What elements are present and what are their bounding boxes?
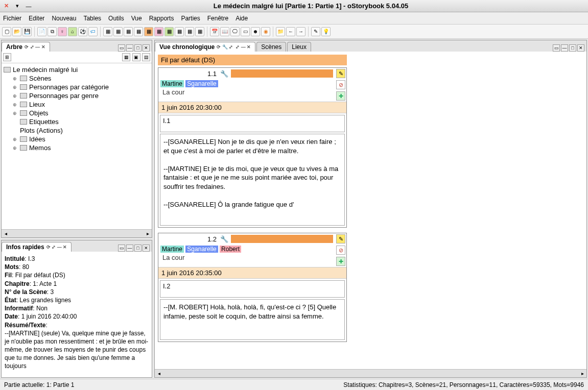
- delete-icon[interactable]: ⊘: [336, 246, 345, 255]
- toolbar-grid4-icon[interactable]: ▦: [134, 27, 143, 36]
- toolbar-face-icon[interactable]: ☻: [251, 27, 260, 36]
- tree-structure-icon[interactable]: ⊞: [3, 53, 11, 61]
- toolbar-save-icon[interactable]: 💾: [22, 27, 32, 36]
- toolbar-grid9-icon[interactable]: ▦: [185, 27, 194, 36]
- edit-icon[interactable]: ✎: [336, 69, 345, 78]
- tree-item-etiquettes[interactable]: Etiquettes: [4, 117, 150, 126]
- menu-fichier[interactable]: Fichier: [3, 15, 21, 22]
- add-icon[interactable]: ✚: [336, 257, 345, 266]
- tree-hscrollbar[interactable]: ◂▸: [2, 229, 152, 237]
- toolbar-arrow-right-icon[interactable]: →: [296, 27, 305, 36]
- toolbar-ball-icon[interactable]: ⚽: [78, 27, 87, 36]
- toolbar-location-icon[interactable]: ⌂: [68, 27, 77, 36]
- add-icon[interactable]: ✚: [336, 91, 345, 101]
- tree-item-memos[interactable]: ⊕Memos: [4, 143, 150, 152]
- menu-aide[interactable]: Aide: [236, 15, 248, 22]
- toolbar-tag-icon[interactable]: 🏷: [88, 27, 98, 36]
- tree-expand-icon[interactable]: ▦: [122, 53, 130, 61]
- wrench-icon[interactable]: 🔧: [220, 70, 229, 78]
- char-sganarelle[interactable]: Sganarelle: [185, 246, 218, 253]
- window-close-icon[interactable]: ✕: [2, 2, 10, 10]
- toolbar-clear-icon[interactable]: ✎: [311, 27, 320, 36]
- panel-float-icon[interactable]: ▭: [118, 245, 125, 252]
- menu-vue[interactable]: Vue: [131, 15, 142, 22]
- char-sganarelle[interactable]: Sganarelle: [185, 80, 218, 87]
- tree-root[interactable]: Le médecin malgré lui: [4, 65, 150, 74]
- menu-fenetre[interactable]: Fenêtre: [207, 15, 228, 22]
- edit-icon[interactable]: ✎: [336, 234, 345, 243]
- menu-outils[interactable]: Outils: [108, 15, 124, 22]
- expand-icon[interactable]: ⊕: [13, 93, 18, 99]
- expand-icon[interactable]: ⊕: [13, 102, 18, 107]
- panel-max-icon[interactable]: □: [134, 44, 142, 52]
- expand-icon[interactable]: ⊕: [13, 145, 18, 151]
- toolbar-grid5-icon[interactable]: ▦: [144, 27, 153, 36]
- tree-item-persos-cat[interactable]: ⊕Personnages par catégorie: [4, 83, 150, 91]
- tree-item-lieux[interactable]: ⊕Lieux: [4, 100, 150, 109]
- toolbar-doc-icon[interactable]: 📄: [37, 27, 46, 36]
- wrench-icon[interactable]: 🔧: [220, 235, 229, 243]
- tree-item-objets[interactable]: ⊕Objets: [4, 109, 150, 117]
- toolbar-open-icon[interactable]: 📂: [12, 27, 21, 36]
- expand-icon[interactable]: ⊕: [13, 85, 18, 90]
- tab-lieux[interactable]: Lieux: [287, 42, 311, 52]
- toolbar-grid7-icon[interactable]: ▦: [164, 27, 174, 36]
- toolbar-new-icon[interactable]: ▢: [2, 27, 11, 36]
- toolbar-grid2-icon[interactable]: ▦: [113, 27, 123, 36]
- panel-min-icon[interactable]: —: [561, 44, 568, 52]
- char-robert[interactable]: Robert: [220, 246, 241, 253]
- expand-icon[interactable]: ⊕: [13, 137, 18, 142]
- char-martine[interactable]: Martine: [160, 80, 184, 87]
- scene-title-field[interactable]: I.1: [160, 115, 345, 132]
- window-minimize-icon[interactable]: —: [25, 2, 33, 10]
- char-martine[interactable]: Martine: [160, 246, 184, 253]
- tree-item-idees[interactable]: ⊕Idées: [4, 135, 150, 143]
- toolbar-screen-icon[interactable]: 🖵: [230, 27, 240, 36]
- scene-text[interactable]: --[M. ROBERT] Holà, holà, holà, fi, qu'e…: [160, 299, 345, 340]
- toolbar-grid8-icon[interactable]: ▦: [175, 27, 184, 36]
- toolbar-spiral-icon[interactable]: ◉: [261, 27, 270, 36]
- panel-min-icon[interactable]: —: [126, 44, 133, 52]
- toolbar-person-icon[interactable]: ♀: [58, 27, 67, 36]
- panel-min-icon[interactable]: —: [126, 245, 133, 252]
- window-menu-icon[interactable]: ▾: [13, 2, 21, 10]
- tree-item-persos-genre[interactable]: ⊕Personnages par genre: [4, 91, 150, 100]
- chrono-hscrollbar[interactable]: ◂▸: [155, 369, 586, 377]
- tree-view-icon[interactable]: ▤: [142, 53, 150, 61]
- expand-icon[interactable]: ⊕: [13, 76, 18, 81]
- menu-tables[interactable]: Tables: [83, 15, 101, 22]
- menu-editer[interactable]: Editer: [29, 15, 44, 22]
- panel-close-icon[interactable]: ✕: [143, 245, 150, 252]
- toolbar-arrow-left-icon[interactable]: ←: [286, 27, 295, 36]
- toolbar-book-icon[interactable]: 📖: [220, 27, 229, 36]
- tree-item-scenes[interactable]: ⊕Scènes: [4, 74, 150, 83]
- toolbar-copy-icon[interactable]: ⧉: [48, 27, 57, 36]
- panel-close-icon[interactable]: ✕: [577, 44, 584, 52]
- tree-item-plots[interactable]: Plots (Actions): [4, 126, 150, 135]
- toolbar-cal-icon[interactable]: 📅: [210, 27, 219, 36]
- panel-max-icon[interactable]: □: [134, 245, 142, 252]
- tree-tab[interactable]: Arbre ⟳ ⤢ — ✕: [2, 42, 50, 52]
- panel-max-icon[interactable]: □: [569, 44, 576, 52]
- toolbar-grid3-icon[interactable]: ▦: [124, 27, 133, 36]
- panel-float-icon[interactable]: ▭: [553, 44, 560, 52]
- toolbar-grid10-icon[interactable]: ▦: [195, 27, 204, 36]
- panel-float-icon[interactable]: ▭: [118, 44, 125, 52]
- toolbar-bulb-icon[interactable]: 💡: [321, 27, 331, 36]
- scene-title-field[interactable]: I.2: [160, 280, 345, 298]
- tab-scenes[interactable]: Scènes: [256, 42, 286, 52]
- menu-parties[interactable]: Parties: [181, 15, 200, 22]
- chrono-tab[interactable]: Vue chronologique ⟳ 🔧 ⤢ ⤢ — ✕: [155, 42, 255, 52]
- infos-tab[interactable]: Infos rapides ⟳ ⤢ — ✕: [2, 242, 72, 252]
- menu-rapports[interactable]: Rapports: [149, 15, 174, 22]
- scene-text[interactable]: --[SGANARELLE] Non je te dis que je n'en…: [160, 134, 345, 226]
- toolbar-grid6-icon[interactable]: ▦: [154, 27, 163, 36]
- tree-collapse-icon[interactable]: ▣: [132, 53, 140, 61]
- expand-icon[interactable]: ⊕: [13, 111, 18, 116]
- toolbar-grid1-icon[interactable]: ▦: [103, 27, 112, 36]
- panel-close-icon[interactable]: ✕: [143, 44, 150, 52]
- delete-icon[interactable]: ⊘: [336, 80, 345, 89]
- menu-nouveau[interactable]: Nouveau: [52, 15, 76, 22]
- toolbar-folder2-icon[interactable]: 📁: [276, 27, 285, 36]
- toolbar-card-icon[interactable]: ▭: [241, 27, 250, 36]
